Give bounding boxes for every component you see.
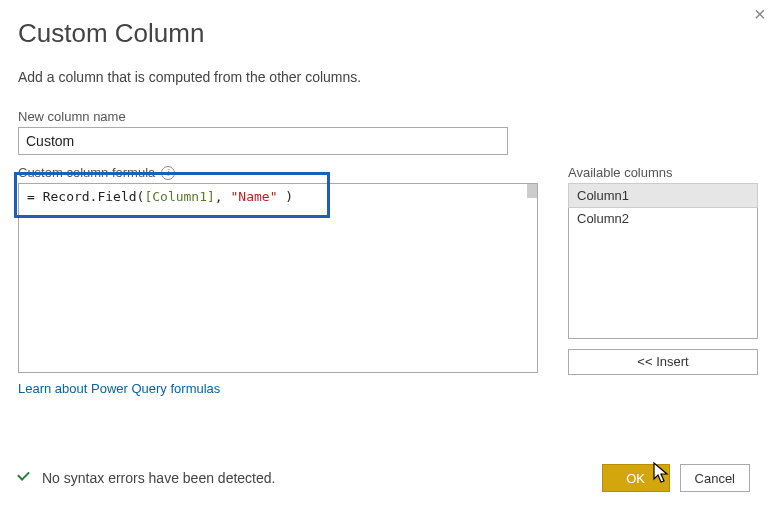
status-bar: No syntax errors have been detected. <box>18 470 275 486</box>
formula-column-ref: [Column1] <box>144 189 214 204</box>
new-column-name-label: New column name <box>18 109 750 124</box>
new-column-name-input[interactable] <box>18 127 508 155</box>
formula-editor[interactable]: = Record.Field([Column1], "Name" ) <box>18 183 538 373</box>
formula-string-literal: "Name" <box>231 189 278 204</box>
close-icon[interactable]: × <box>754 4 768 24</box>
check-icon <box>18 470 34 486</box>
formula-label: Custom column formula <box>18 165 155 180</box>
learn-link[interactable]: Learn about Power Query formulas <box>18 381 538 396</box>
dialog-title: Custom Column <box>18 18 750 49</box>
formula-prefix: = <box>27 189 43 204</box>
available-columns-list[interactable]: Column1 Column2 <box>568 183 758 339</box>
insert-button[interactable]: << Insert <box>568 349 758 375</box>
info-icon[interactable]: i <box>161 166 175 180</box>
dialog-subtitle: Add a column that is computed from the o… <box>18 69 750 85</box>
available-column-item[interactable]: Column2 <box>569 207 757 230</box>
available-column-item[interactable]: Column1 <box>569 184 757 207</box>
cancel-button[interactable]: Cancel <box>680 464 750 492</box>
scrollbar-thumb[interactable] <box>527 184 537 198</box>
status-text: No syntax errors have been detected. <box>42 470 275 486</box>
ok-button[interactable]: OK <box>602 464 670 492</box>
custom-column-dialog: × Custom Column Add a column that is com… <box>0 0 768 506</box>
available-columns-label: Available columns <box>568 165 758 180</box>
formula-function: Record.Field <box>43 189 137 204</box>
